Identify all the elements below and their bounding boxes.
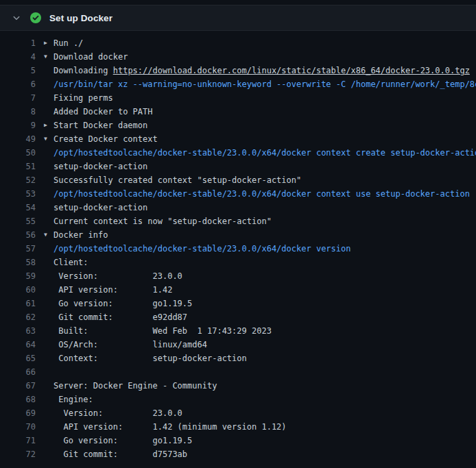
log-line: 53 /opt/hostedtoolcache/docker-stable/23…: [0, 187, 476, 201]
line-number[interactable]: 55: [0, 214, 36, 228]
line-number[interactable]: 58: [0, 256, 36, 269]
group-toggle-icon: [44, 64, 53, 77]
log-line[interactable]: 4 ▼ Download docker: [0, 50, 476, 64]
line-text: API version: 1.42: [53, 283, 172, 297]
log-line[interactable]: 56 ▼ Docker info: [0, 228, 476, 242]
line-text: Version: 23.0.0: [53, 406, 182, 420]
line-number[interactable]: 51: [0, 160, 36, 173]
log-link[interactable]: https://download.docker.com/linux/static…: [113, 66, 470, 75]
line-text: OS/Arch: linux/amd64: [53, 338, 207, 352]
group-toggle-icon: [44, 420, 53, 434]
line-number[interactable]: 4: [0, 50, 36, 64]
line-number[interactable]: 64: [0, 338, 36, 352]
line-number[interactable]: 54: [0, 201, 36, 214]
line-number[interactable]: 9: [0, 119, 36, 132]
line-text: Downloading https://download.docker.com/…: [53, 64, 470, 77]
log-line: 68 Engine:: [0, 393, 476, 406]
line-number[interactable]: 65: [0, 352, 36, 365]
group-toggle-icon: [44, 297, 53, 310]
line-text: Fixing perms: [53, 91, 113, 105]
line-text: Added Docker to PATH: [53, 105, 153, 119]
line-text: Create Docker context: [53, 132, 158, 146]
line-number[interactable]: 66: [0, 365, 36, 379]
line-number[interactable]: 60: [0, 283, 36, 297]
group-toggle-icon: [44, 105, 53, 119]
line-text: Run ./: [53, 36, 83, 50]
group-toggle-icon: [44, 434, 53, 447]
log-lines: 1 ▶ Run ./ 4 ▼ Download docker 5 Downloa…: [0, 31, 476, 461]
line-number[interactable]: 8: [0, 105, 36, 119]
line-number[interactable]: 68: [0, 393, 36, 406]
log-line: 72 Git commit: d7573ab: [0, 447, 476, 461]
log-line: 64 OS/Arch: linux/amd64: [0, 338, 476, 352]
group-toggle-icon: [44, 242, 53, 256]
line-text: Version: 23.0.0: [53, 269, 182, 283]
group-toggle-icon: [44, 338, 53, 352]
log-line[interactable]: 1 ▶ Run ./: [0, 36, 476, 50]
line-text: Git commit: d7573ab: [53, 447, 187, 461]
line-number[interactable]: 50: [0, 146, 36, 160]
log-line: 55 Current context is now "setup-docker-…: [0, 214, 476, 228]
group-toggle-icon: [44, 160, 53, 173]
line-text: Start Docker daemon: [53, 119, 147, 132]
line-number[interactable]: 62: [0, 310, 36, 324]
group-toggle-icon: [44, 77, 53, 91]
line-number[interactable]: 69: [0, 406, 36, 420]
line-number[interactable]: 1: [0, 36, 36, 50]
group-toggle-icon: [44, 283, 53, 297]
line-text: Built: Wed Feb 1 17:43:29 2023: [53, 324, 272, 338]
group-toggle-icon[interactable]: ▼: [44, 50, 53, 64]
step-header[interactable]: Set up Docker: [0, 5, 476, 31]
line-text: Go version: go1.19.5: [53, 434, 192, 447]
group-toggle-icon: [44, 352, 53, 365]
line-number[interactable]: 5: [0, 64, 36, 77]
group-toggle-icon: [44, 379, 53, 393]
group-toggle-icon: [44, 201, 53, 214]
log-line: 51 setup-docker-action: [0, 160, 476, 173]
group-toggle-icon[interactable]: ▼: [44, 228, 53, 242]
log-line: 61 Go version: go1.19.5: [0, 297, 476, 310]
line-number[interactable]: 53: [0, 187, 36, 201]
log-line: 60 API version: 1.42: [0, 283, 476, 297]
line-number[interactable]: 6: [0, 77, 36, 91]
line-text: API version: 1.42 (minimum version 1.12): [53, 420, 287, 434]
log-line: 70 API version: 1.42 (minimum version 1.…: [0, 420, 476, 434]
line-text: /usr/bin/tar xz --warning=no-unknown-key…: [53, 77, 476, 91]
log-line: 63 Built: Wed Feb 1 17:43:29 2023: [0, 324, 476, 338]
line-number[interactable]: 70: [0, 420, 36, 434]
line-number[interactable]: 59: [0, 269, 36, 283]
line-text: Docker info: [53, 228, 108, 242]
log-line[interactable]: 9 ▶ Start Docker daemon: [0, 119, 476, 132]
log-line: 62 Git commit: e92dd87: [0, 310, 476, 324]
group-toggle-icon: [44, 324, 53, 338]
group-toggle-icon[interactable]: ▼: [44, 132, 53, 146]
line-text: setup-docker-action: [53, 160, 147, 173]
line-number[interactable]: 71: [0, 434, 36, 447]
line-number[interactable]: 67: [0, 379, 36, 393]
log-line[interactable]: 49 ▼ Create Docker context: [0, 132, 476, 146]
line-text: Successfully created context "setup-dock…: [53, 173, 301, 187]
line-text: Server: Docker Engine - Community: [53, 379, 217, 393]
group-toggle-icon[interactable]: ▶: [44, 119, 53, 132]
line-number[interactable]: 61: [0, 297, 36, 310]
line-number[interactable]: 57: [0, 242, 36, 256]
line-number[interactable]: 72: [0, 447, 36, 461]
line-text: Git commit: e92dd87: [53, 310, 187, 324]
group-toggle-icon: [44, 91, 53, 105]
line-number[interactable]: 56: [0, 228, 36, 242]
chevron-down-icon[interactable]: [11, 12, 22, 23]
log-line: 52 Successfully created context "setup-d…: [0, 173, 476, 187]
log-line: 71 Go version: go1.19.5: [0, 434, 476, 447]
group-toggle-icon: [44, 173, 53, 187]
line-number[interactable]: 7: [0, 91, 36, 105]
group-toggle-icon: [44, 365, 53, 379]
line-number[interactable]: 63: [0, 324, 36, 338]
group-toggle-icon[interactable]: ▶: [44, 36, 53, 50]
line-text: Download docker: [53, 50, 128, 64]
step-title: Set up Docker: [49, 13, 112, 23]
line-number[interactable]: 52: [0, 173, 36, 187]
check-circle-icon: [30, 12, 41, 23]
line-text: Current context is now "setup-docker-act…: [53, 214, 272, 228]
log-line: 50 /opt/hostedtoolcache/docker-stable/23…: [0, 146, 476, 160]
line-number[interactable]: 49: [0, 132, 36, 146]
